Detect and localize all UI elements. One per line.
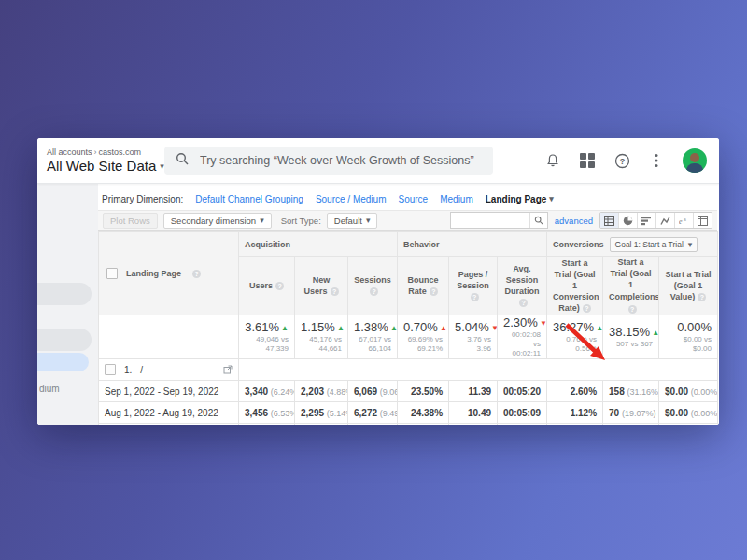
breadcrumb-property[interactable]: castos.com: [99, 147, 142, 157]
breadcrumb[interactable]: All accounts›castos.com: [47, 147, 164, 157]
column-header-bounce-rate[interactable]: Bounce Rate?: [398, 257, 449, 315]
cell-bounce-rate: 23.50%: [398, 381, 449, 402]
breadcrumb-account[interactable]: All accounts: [47, 147, 92, 157]
left-nav-strip: dium: [37, 183, 98, 425]
trend-arrow-icon: ▲: [337, 324, 345, 332]
cell-users: -3.36%: [239, 424, 295, 425]
cell-users: 3,456 (6.53%): [239, 402, 295, 424]
view-data-table-icon[interactable]: [600, 213, 619, 228]
select-all-checkbox[interactable]: [106, 268, 118, 279]
date-range-label: Sep 1, 2022 - Sep 19, 2022: [99, 381, 239, 402]
view-title[interactable]: All Web Site Data ▾: [47, 158, 164, 174]
global-search[interactable]: [164, 147, 493, 175]
summary-users: 3.61%▲49,046 vs 47,339: [239, 315, 295, 359]
group-header-acquisition: Acquisition: [239, 232, 398, 257]
table-row-date-range-2[interactable]: Aug 1, 2022 - Aug 19, 2022 3,456 (6.53%)…: [99, 402, 718, 424]
dimension-link-medium[interactable]: Medium: [440, 194, 473, 204]
table-row-percent-change: % Change -3.36% -4.01% -3.24% -3.62% 8.5…: [99, 424, 718, 425]
group-header-conversions: Conversions Goal 1: Start a Trial ▾: [547, 232, 718, 257]
trend-arrow-icon: ▲: [440, 324, 447, 332]
nav-pill[interactable]: [37, 329, 92, 351]
column-header-users[interactable]: Users?: [239, 257, 295, 315]
help-icon[interactable]: ?: [471, 293, 479, 301]
cell-goal-value: 0.00%: [659, 424, 718, 425]
cell-bounce-rate: -3.62%: [398, 424, 449, 425]
kebab-menu-icon[interactable]: [648, 152, 665, 169]
column-header-pages-session[interactable]: Pages / Session?: [449, 257, 498, 315]
help-circle-icon[interactable]: ?: [613, 152, 630, 169]
group-header-behavior: Behavior: [398, 232, 547, 257]
report-toolbar: Plot Rows Secondary dimension ▾ Sort Typ…: [98, 210, 717, 231]
column-header-goal-value[interactable]: Start a Trial (Goal 1 Value)?: [659, 257, 718, 315]
view-switcher: ea: [599, 212, 712, 229]
dimension-selected-landing-page[interactable]: Landing Page ▾: [486, 194, 554, 204]
notifications-bell-icon[interactable]: [544, 152, 561, 169]
report-content: dium Primary Dimension: Default Channel …: [37, 183, 719, 425]
advanced-link[interactable]: advanced: [555, 216, 593, 226]
row-checkbox[interactable]: [105, 364, 116, 375]
svg-text:?: ?: [619, 157, 625, 166]
view-term-cloud-icon[interactable]: ea: [675, 213, 694, 228]
table-row-date-range-1[interactable]: Sep 1, 2022 - Sep 19, 2022 3,340 (6.24%)…: [99, 381, 718, 402]
help-icon[interactable]: ?: [370, 287, 378, 296]
goal-selector-dropdown[interactable]: Goal 1: Start a Trial ▾: [610, 237, 698, 252]
dimension-link-source[interactable]: Source: [398, 194, 428, 204]
cell-goal-completions: 125.71%: [603, 424, 659, 425]
help-icon[interactable]: ?: [192, 270, 201, 278]
landing-page-link[interactable]: /: [140, 365, 143, 375]
help-icon[interactable]: ?: [331, 287, 339, 296]
open-in-new-icon[interactable]: [223, 365, 233, 374]
column-header-new-users[interactable]: New Users?: [295, 257, 348, 315]
help-icon[interactable]: ?: [583, 304, 591, 313]
landing-page-cell[interactable]: 1. /: [99, 359, 239, 381]
column-header-avg-session-duration[interactable]: Avg. Session Duration?: [498, 257, 547, 315]
cell-goal-rate: 1.12%: [547, 402, 603, 424]
summary-avg-duration: 2.30%▼00:02:08 vs 00:02:11: [498, 315, 547, 359]
user-avatar[interactable]: [683, 148, 707, 173]
nav-pill[interactable]: [37, 283, 92, 305]
nav-pill-selected[interactable]: [37, 353, 89, 371]
trend-arrow-icon: ▲: [652, 329, 658, 337]
cell-avg-duration: 00:05:20: [498, 381, 547, 402]
column-header-landing-page[interactable]: Landing Page ?: [99, 232, 239, 315]
help-icon[interactable]: ?: [519, 299, 528, 307]
cell-goal-value: $0.00 (0.00%): [659, 381, 718, 402]
table-row-parent[interactable]: 1. /: [99, 359, 718, 381]
table-filter-search-icon[interactable]: [529, 213, 547, 228]
property-selector[interactable]: All accounts›castos.com All Web Site Dat…: [37, 147, 164, 174]
cell-avg-duration: 3.55%: [498, 424, 547, 425]
column-header-sessions[interactable]: Sessions?: [348, 257, 398, 315]
column-header-goal-completions[interactable]: Start a Trial (Goal 1 Completions)↓?: [603, 257, 659, 315]
help-icon[interactable]: ?: [430, 287, 438, 296]
cell-sessions: 6,069 (9.06%): [348, 381, 398, 402]
sort-type-button[interactable]: Default ▾: [327, 213, 378, 229]
plot-rows-button[interactable]: Plot Rows: [103, 213, 158, 229]
summary-row: 3.61%▲49,046 vs 47,339 1.15%▲45,176 vs 4…: [99, 315, 718, 359]
dimension-link-source-medium[interactable]: Source / Medium: [316, 194, 387, 204]
conversions-label: Conversions: [553, 240, 604, 249]
dimension-link-default-channel-grouping[interactable]: Default Channel Grouping: [195, 194, 303, 204]
table-filter-input[interactable]: [451, 214, 529, 227]
summary-landing-cell: [99, 315, 239, 359]
view-performance-bars-icon[interactable]: [638, 213, 656, 228]
chevron-down-icon: ▾: [260, 216, 264, 225]
header-icons: ?: [544, 148, 719, 173]
apps-grid-icon[interactable]: [579, 152, 596, 169]
summary-goal-completions: 38.15%▲507 vs 367: [603, 315, 659, 359]
landing-page-header-label: Landing Page: [126, 269, 181, 278]
help-icon[interactable]: ?: [275, 282, 284, 290]
cell-pages-session: 8.56%: [449, 424, 498, 425]
table-filter: [450, 212, 548, 229]
view-percentage-pie-icon[interactable]: [619, 213, 638, 228]
global-search-input[interactable]: [198, 153, 482, 168]
help-icon[interactable]: ?: [628, 305, 637, 314]
secondary-dimension-button[interactable]: Secondary dimension ▾: [163, 213, 272, 229]
search-icon: [176, 152, 189, 169]
primary-dimension-label: Primary Dimension:: [102, 194, 183, 204]
column-header-goal-conversion-rate[interactable]: Start a Trial (Goal 1 Conversion Rate)?: [547, 257, 603, 315]
view-pivot-icon[interactable]: [694, 213, 712, 228]
percent-change-label: % Change: [99, 424, 239, 425]
view-comparison-icon[interactable]: [656, 213, 675, 228]
help-icon[interactable]: ?: [698, 293, 706, 301]
cell-bounce-rate: 24.38%: [398, 402, 449, 424]
